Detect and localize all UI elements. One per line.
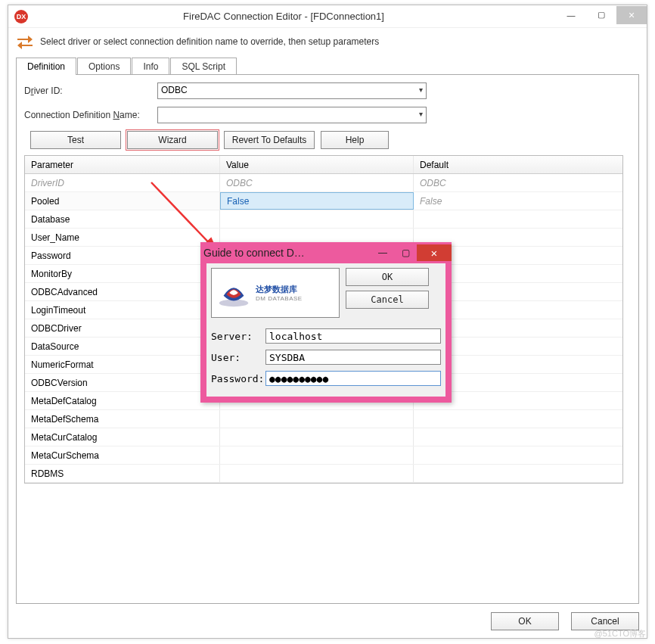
logo-text-en: DM DATABASE <box>256 295 303 302</box>
chevron-down-icon: ▾ <box>419 86 423 94</box>
maximize-button[interactable]: ▢ <box>586 6 616 24</box>
default-cell <box>414 465 622 482</box>
col-default[interactable]: Default <box>414 156 622 173</box>
label-seg: Connection Definition <box>24 110 113 120</box>
popup-top-row: 达梦数据库 DM DATABASE OK Cancel <box>211 268 441 318</box>
popup-ok-button[interactable]: OK <box>346 268 429 286</box>
revert-button[interactable]: Revert To Defaults <box>224 131 315 149</box>
param-cell: User_Name <box>25 229 220 246</box>
user-label: User: <box>211 352 265 363</box>
user-row: User: <box>211 350 441 365</box>
param-cell: DataSource <box>25 338 220 355</box>
param-cell: RDBMS <box>25 465 220 482</box>
value-cell[interactable] <box>220 446 414 464</box>
col-value[interactable]: Value <box>220 156 414 173</box>
user-input[interactable] <box>265 350 441 365</box>
wizard-popup: Guide to connect D… — ▢ × 达梦数据库 DM DATAB… <box>200 242 452 403</box>
default-cell <box>414 210 622 228</box>
combo-value: ODBC <box>161 85 188 97</box>
value-cell[interactable] <box>220 465 414 482</box>
table-row[interactable]: RDBMS <box>25 465 622 483</box>
chevron-down-icon: ▾ <box>419 110 423 118</box>
col-parameter[interactable]: Parameter <box>25 156 220 173</box>
tabstrip: Definition Options Info SQL Script <box>16 57 639 74</box>
param-cell: MetaCurCatalog <box>25 428 220 446</box>
table-row[interactable]: MetaCurCatalog <box>25 428 622 446</box>
default-cell <box>414 410 622 428</box>
ok-button[interactable]: OK <box>491 612 559 630</box>
param-cell: ODBCVersion <box>25 374 220 391</box>
logo-text-cn: 达梦数据库 <box>256 284 303 295</box>
driver-id-label: Driver ID: <box>24 86 157 96</box>
help-button[interactable]: Help <box>321 131 389 149</box>
popup-titlebar: Guide to connect D… — ▢ × <box>200 242 452 263</box>
watermark: @51CTO博客 <box>594 628 646 639</box>
table-row[interactable]: MetaCurSchema <box>25 446 622 465</box>
dm-logo-icon <box>216 275 251 310</box>
conn-def-label: Connection Definition Name: <box>24 110 157 120</box>
driver-id-combo[interactable]: ODBC ▾ <box>157 82 427 99</box>
db-logo: 达梦数据库 DM DATABASE <box>211 268 340 318</box>
conn-def-combo[interactable]: ▾ <box>157 107 427 123</box>
password-label: Password: <box>211 373 265 384</box>
param-cell: MetaCurSchema <box>25 446 220 464</box>
label-seg: ame: <box>120 110 140 120</box>
password-row: Password: <box>211 371 441 386</box>
param-cell: ODBCAdvanced <box>25 283 220 300</box>
value-cell[interactable]: ODBC <box>220 174 414 191</box>
value-cell[interactable]: False <box>220 192 414 210</box>
action-buttons: Test Wizard Revert To Defaults Help <box>30 131 631 149</box>
param-cell: MonitorBy <box>25 265 220 282</box>
table-row[interactable]: DriverIDODBCODBC <box>25 174 622 192</box>
popup-minimize-button[interactable]: — <box>371 244 394 261</box>
param-cell: Password <box>25 247 220 264</box>
window-title: FireDAC Connection Editor - [FDConnectio… <box>11 11 556 22</box>
close-button[interactable]: × <box>616 6 647 24</box>
tab-options[interactable]: Options <box>77 58 131 75</box>
popup-title: Guide to connect D… <box>203 247 371 259</box>
popup-body: 达梦数据库 DM DATABASE OK Cancel Server: User… <box>206 263 445 397</box>
default-cell: ODBC <box>414 174 622 191</box>
param-cell: MetaDefCatalog <box>25 392 220 409</box>
conn-def-row: Connection Definition Name: ▾ <box>24 107 631 123</box>
param-cell: ODBCDriver <box>25 319 220 337</box>
server-label: Server: <box>211 331 265 342</box>
tab-sql-script[interactable]: SQL Script <box>170 58 237 75</box>
param-cell: MetaDefSchema <box>25 410 220 428</box>
test-button[interactable]: Test <box>30 131 121 149</box>
titlebar: DX FireDAC Connection Editor - [FDConnec… <box>8 5 647 28</box>
popup-maximize-button[interactable]: ▢ <box>394 244 417 261</box>
param-cell: Pooled <box>25 192 220 210</box>
popup-cancel-button[interactable]: Cancel <box>346 291 429 309</box>
param-cell: Database <box>25 210 220 228</box>
server-row: Server: <box>211 328 441 344</box>
table-row[interactable]: Database <box>25 210 622 229</box>
table-row[interactable]: MetaDefSchema <box>25 410 622 428</box>
popup-button-col: OK Cancel <box>346 268 441 318</box>
label-seg: D <box>24 86 31 96</box>
driver-id-row: Driver ID: ODBC ▾ <box>24 82 631 99</box>
table-row[interactable]: PooledFalseFalse <box>25 192 622 210</box>
grid-header: Parameter Value Default <box>25 156 622 174</box>
value-cell[interactable] <box>220 210 414 228</box>
label-seg: iver ID: <box>34 86 63 96</box>
tab-definition[interactable]: Definition <box>16 58 76 75</box>
param-cell: DriverID <box>25 174 220 191</box>
param-cell: LoginTimeout <box>25 301 220 319</box>
subtitle-text: Select driver or select connection defin… <box>40 36 379 47</box>
minimize-button[interactable]: — <box>556 6 586 24</box>
server-input[interactable] <box>265 328 441 344</box>
value-cell[interactable] <box>220 428 414 446</box>
tab-info[interactable]: Info <box>132 58 169 75</box>
popup-close-button[interactable]: × <box>417 244 452 261</box>
exchange-arrows-icon <box>16 34 34 49</box>
param-cell: NumericFormat <box>25 356 220 373</box>
subtitle-bar: Select driver or select connection defin… <box>8 28 647 57</box>
default-cell: False <box>414 192 622 210</box>
label-accel: N <box>113 110 120 120</box>
default-cell <box>414 446 622 464</box>
default-cell <box>414 428 622 446</box>
value-cell[interactable] <box>220 410 414 428</box>
password-input[interactable] <box>265 371 441 386</box>
wizard-button[interactable]: Wizard <box>127 131 218 149</box>
